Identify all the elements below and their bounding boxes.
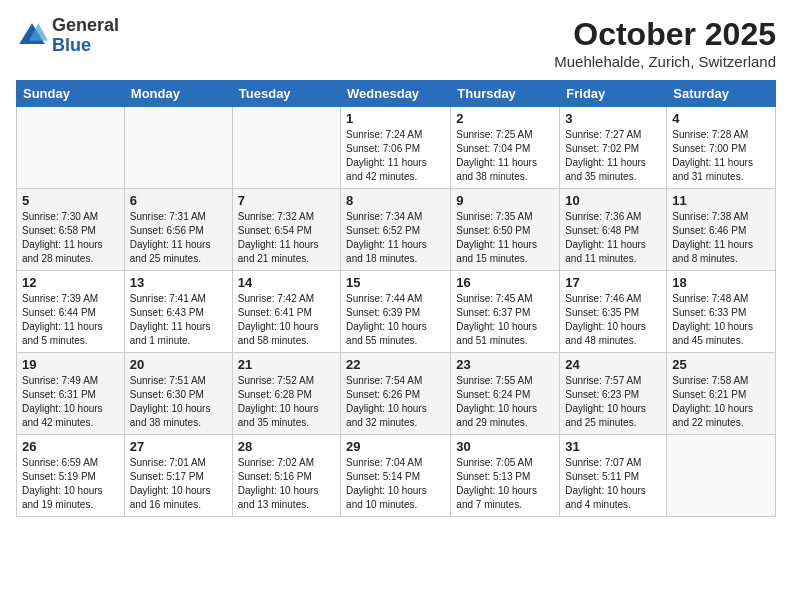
calendar-cell: 9Sunrise: 7:35 AM Sunset: 6:50 PM Daylig… — [451, 189, 560, 271]
day-info: Sunrise: 7:05 AM Sunset: 5:13 PM Dayligh… — [456, 456, 554, 512]
calendar-week-row: 26Sunrise: 6:59 AM Sunset: 5:19 PM Dayli… — [17, 435, 776, 517]
calendar-cell: 2Sunrise: 7:25 AM Sunset: 7:04 PM Daylig… — [451, 107, 560, 189]
calendar-cell: 30Sunrise: 7:05 AM Sunset: 5:13 PM Dayli… — [451, 435, 560, 517]
day-number: 11 — [672, 193, 770, 208]
day-number: 22 — [346, 357, 445, 372]
day-info: Sunrise: 7:25 AM Sunset: 7:04 PM Dayligh… — [456, 128, 554, 184]
weekday-header-wednesday: Wednesday — [341, 81, 451, 107]
calendar-cell: 13Sunrise: 7:41 AM Sunset: 6:43 PM Dayli… — [124, 271, 232, 353]
logo-general-text: General — [52, 16, 119, 36]
calendar-cell: 18Sunrise: 7:48 AM Sunset: 6:33 PM Dayli… — [667, 271, 776, 353]
day-number: 29 — [346, 439, 445, 454]
day-info: Sunrise: 7:07 AM Sunset: 5:11 PM Dayligh… — [565, 456, 661, 512]
calendar-cell: 26Sunrise: 6:59 AM Sunset: 5:19 PM Dayli… — [17, 435, 125, 517]
day-info: Sunrise: 7:57 AM Sunset: 6:23 PM Dayligh… — [565, 374, 661, 430]
calendar-cell: 14Sunrise: 7:42 AM Sunset: 6:41 PM Dayli… — [232, 271, 340, 353]
day-info: Sunrise: 7:49 AM Sunset: 6:31 PM Dayligh… — [22, 374, 119, 430]
calendar-cell — [17, 107, 125, 189]
calendar-cell: 5Sunrise: 7:30 AM Sunset: 6:58 PM Daylig… — [17, 189, 125, 271]
day-number: 3 — [565, 111, 661, 126]
day-info: Sunrise: 6:59 AM Sunset: 5:19 PM Dayligh… — [22, 456, 119, 512]
calendar-cell: 8Sunrise: 7:34 AM Sunset: 6:52 PM Daylig… — [341, 189, 451, 271]
weekday-header-sunday: Sunday — [17, 81, 125, 107]
day-number: 4 — [672, 111, 770, 126]
logo-blue-text: Blue — [52, 36, 119, 56]
calendar-week-row: 1Sunrise: 7:24 AM Sunset: 7:06 PM Daylig… — [17, 107, 776, 189]
day-info: Sunrise: 7:34 AM Sunset: 6:52 PM Dayligh… — [346, 210, 445, 266]
day-number: 13 — [130, 275, 227, 290]
day-number: 27 — [130, 439, 227, 454]
calendar-cell: 23Sunrise: 7:55 AM Sunset: 6:24 PM Dayli… — [451, 353, 560, 435]
day-number: 10 — [565, 193, 661, 208]
calendar-cell: 21Sunrise: 7:52 AM Sunset: 6:28 PM Dayli… — [232, 353, 340, 435]
day-info: Sunrise: 7:01 AM Sunset: 5:17 PM Dayligh… — [130, 456, 227, 512]
calendar-cell: 31Sunrise: 7:07 AM Sunset: 5:11 PM Dayli… — [560, 435, 667, 517]
day-number: 15 — [346, 275, 445, 290]
calendar-cell: 22Sunrise: 7:54 AM Sunset: 6:26 PM Dayli… — [341, 353, 451, 435]
logo: General Blue — [16, 16, 119, 56]
day-number: 12 — [22, 275, 119, 290]
day-number: 26 — [22, 439, 119, 454]
day-number: 31 — [565, 439, 661, 454]
day-number: 20 — [130, 357, 227, 372]
day-number: 24 — [565, 357, 661, 372]
weekday-header-saturday: Saturday — [667, 81, 776, 107]
weekday-header-thursday: Thursday — [451, 81, 560, 107]
day-number: 21 — [238, 357, 335, 372]
calendar-cell: 24Sunrise: 7:57 AM Sunset: 6:23 PM Dayli… — [560, 353, 667, 435]
day-number: 23 — [456, 357, 554, 372]
day-number: 6 — [130, 193, 227, 208]
month-title: October 2025 — [554, 16, 776, 53]
logo-icon — [16, 20, 48, 52]
calendar-cell: 20Sunrise: 7:51 AM Sunset: 6:30 PM Dayli… — [124, 353, 232, 435]
day-info: Sunrise: 7:55 AM Sunset: 6:24 PM Dayligh… — [456, 374, 554, 430]
calendar-table: SundayMondayTuesdayWednesdayThursdayFrid… — [16, 80, 776, 517]
day-info: Sunrise: 7:04 AM Sunset: 5:14 PM Dayligh… — [346, 456, 445, 512]
day-info: Sunrise: 7:27 AM Sunset: 7:02 PM Dayligh… — [565, 128, 661, 184]
calendar-cell: 4Sunrise: 7:28 AM Sunset: 7:00 PM Daylig… — [667, 107, 776, 189]
day-info: Sunrise: 7:24 AM Sunset: 7:06 PM Dayligh… — [346, 128, 445, 184]
calendar-cell — [667, 435, 776, 517]
day-number: 19 — [22, 357, 119, 372]
day-number: 7 — [238, 193, 335, 208]
calendar-body: 1Sunrise: 7:24 AM Sunset: 7:06 PM Daylig… — [17, 107, 776, 517]
day-info: Sunrise: 7:02 AM Sunset: 5:16 PM Dayligh… — [238, 456, 335, 512]
day-number: 30 — [456, 439, 554, 454]
day-number: 16 — [456, 275, 554, 290]
day-number: 18 — [672, 275, 770, 290]
day-info: Sunrise: 7:42 AM Sunset: 6:41 PM Dayligh… — [238, 292, 335, 348]
day-number: 8 — [346, 193, 445, 208]
day-number: 9 — [456, 193, 554, 208]
day-number: 14 — [238, 275, 335, 290]
calendar-cell — [124, 107, 232, 189]
weekday-header-friday: Friday — [560, 81, 667, 107]
day-info: Sunrise: 7:36 AM Sunset: 6:48 PM Dayligh… — [565, 210, 661, 266]
day-info: Sunrise: 7:54 AM Sunset: 6:26 PM Dayligh… — [346, 374, 445, 430]
day-number: 25 — [672, 357, 770, 372]
day-info: Sunrise: 7:41 AM Sunset: 6:43 PM Dayligh… — [130, 292, 227, 348]
day-number: 2 — [456, 111, 554, 126]
calendar-cell: 16Sunrise: 7:45 AM Sunset: 6:37 PM Dayli… — [451, 271, 560, 353]
day-number: 28 — [238, 439, 335, 454]
calendar-cell: 17Sunrise: 7:46 AM Sunset: 6:35 PM Dayli… — [560, 271, 667, 353]
day-info: Sunrise: 7:52 AM Sunset: 6:28 PM Dayligh… — [238, 374, 335, 430]
day-info: Sunrise: 7:51 AM Sunset: 6:30 PM Dayligh… — [130, 374, 227, 430]
calendar-week-row: 19Sunrise: 7:49 AM Sunset: 6:31 PM Dayli… — [17, 353, 776, 435]
day-info: Sunrise: 7:44 AM Sunset: 6:39 PM Dayligh… — [346, 292, 445, 348]
day-info: Sunrise: 7:46 AM Sunset: 6:35 PM Dayligh… — [565, 292, 661, 348]
calendar-cell: 3Sunrise: 7:27 AM Sunset: 7:02 PM Daylig… — [560, 107, 667, 189]
day-info: Sunrise: 7:28 AM Sunset: 7:00 PM Dayligh… — [672, 128, 770, 184]
calendar-week-row: 5Sunrise: 7:30 AM Sunset: 6:58 PM Daylig… — [17, 189, 776, 271]
day-info: Sunrise: 7:38 AM Sunset: 6:46 PM Dayligh… — [672, 210, 770, 266]
day-info: Sunrise: 7:35 AM Sunset: 6:50 PM Dayligh… — [456, 210, 554, 266]
calendar-cell: 10Sunrise: 7:36 AM Sunset: 6:48 PM Dayli… — [560, 189, 667, 271]
day-info: Sunrise: 7:39 AM Sunset: 6:44 PM Dayligh… — [22, 292, 119, 348]
day-info: Sunrise: 7:30 AM Sunset: 6:58 PM Dayligh… — [22, 210, 119, 266]
calendar-cell: 11Sunrise: 7:38 AM Sunset: 6:46 PM Dayli… — [667, 189, 776, 271]
calendar-cell: 1Sunrise: 7:24 AM Sunset: 7:06 PM Daylig… — [341, 107, 451, 189]
page-header: General Blue October 2025 Muehlehalde, Z… — [16, 16, 776, 70]
calendar-cell — [232, 107, 340, 189]
location-text: Muehlehalde, Zurich, Switzerland — [554, 53, 776, 70]
calendar-cell: 6Sunrise: 7:31 AM Sunset: 6:56 PM Daylig… — [124, 189, 232, 271]
calendar-cell: 12Sunrise: 7:39 AM Sunset: 6:44 PM Dayli… — [17, 271, 125, 353]
